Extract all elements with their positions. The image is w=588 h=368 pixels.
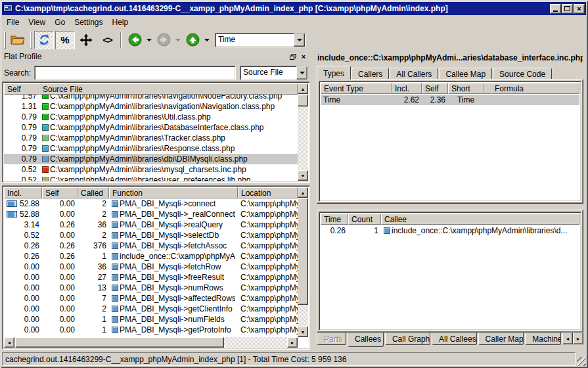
panel-splitter[interactable] (310, 51, 315, 351)
column-header[interactable]: Count (348, 214, 381, 225)
combobox-drop-button[interactable] (296, 66, 307, 80)
tab-parts[interactable]: Parts (317, 333, 346, 345)
menu-settings[interactable]: Settings (70, 16, 107, 28)
tab-caller-map[interactable]: Caller Map (478, 333, 524, 345)
function-list-vscrollbar[interactable]: ▲ ▼ (298, 187, 308, 337)
dock-title-bar[interactable]: Flat Profile × (2, 51, 310, 62)
file-row[interactable]: 0.79C:\xampp\phpMyAdmin\libraries\Tracke… (4, 133, 298, 143)
open-file-button[interactable] (8, 31, 28, 49)
scroll-right-button[interactable]: ► (287, 337, 298, 348)
function-row[interactable]: 52.880.002PMA_DBI_Mysqli->connectC:\xamp… (4, 198, 298, 209)
tab-types[interactable]: Types (317, 66, 351, 80)
scroll-up-button[interactable]: ▲ (298, 187, 308, 198)
file-row[interactable]: 0.52C:\xampp\phpMyAdmin\libraries\user_p… (4, 175, 298, 181)
column-header[interactable]: Formula (491, 83, 579, 94)
tab-all-callers[interactable]: All Callers (390, 68, 438, 80)
combobox-drop-button[interactable] (294, 34, 305, 47)
column-header[interactable]: Function (109, 187, 238, 198)
scroll-down-button[interactable]: ▼ (298, 327, 308, 337)
event-type-row[interactable]: Time 2.62 2.36 Time (321, 95, 579, 105)
function-row[interactable]: 0.260.261include_once::C:\xampp\phpMyAd.… (4, 251, 298, 262)
event-type-combobox[interactable]: Time (215, 33, 305, 47)
tab-all-callees[interactable]: All Callees (432, 333, 477, 345)
maximize-button[interactable] (562, 4, 573, 14)
tab-machine[interactable]: Machine (525, 333, 561, 345)
file-row[interactable]: 0.79C:\xampp\phpMyAdmin\libraries\Util.c… (4, 112, 298, 122)
menu-bar: FileViewGoSettingsHelp (2, 16, 586, 29)
column-header[interactable]: Source File (39, 83, 298, 95)
resize-grip[interactable] (577, 357, 586, 366)
column-header[interactable]: Time (321, 214, 348, 225)
file-row[interactable]: 0.79C:\xampp\phpMyAdmin\libraries\dbi\DB… (4, 154, 298, 164)
scroll-left-button[interactable]: ◄ (4, 337, 14, 348)
file-row[interactable]: 0.52C:\xampp\phpMyAdmin\libraries\mysql_… (4, 164, 298, 175)
close-button[interactable]: × (574, 4, 585, 14)
column-header[interactable]: Self (422, 83, 448, 94)
function-row[interactable]: 3.140.2636PMA_DBI_Mysqli->realQueryC:\xa… (4, 219, 298, 230)
function-row[interactable]: 0.000.001PMA_DBI_Mysqli->numFieldsC:\xam… (4, 314, 298, 325)
column-header[interactable]: Called (78, 187, 109, 198)
back-dropdown[interactable] (145, 31, 153, 49)
toolbar-handle[interactable] (4, 32, 6, 49)
function-row[interactable]: 0.260.26376PMA_DBI_Mysqli->fetchAssocC:\… (4, 241, 298, 251)
chevron-down-icon (297, 39, 302, 41)
tab-scroll-right-button[interactable]: ► (573, 333, 583, 344)
tab-callees[interactable]: Callees (348, 333, 384, 347)
menu-help[interactable]: Help (108, 16, 133, 28)
tab-callee-map[interactable]: Callee Map (439, 68, 492, 80)
function-row[interactable]: 0.000.0013PMA_DBI_Mysqli->numRowsC:\xamp… (4, 283, 298, 293)
up-dropdown[interactable] (203, 31, 211, 49)
grouping-combobox[interactable]: Source File (240, 66, 308, 80)
file-path: C:\xampp\phpMyAdmin\libraries\Tracker.cl… (50, 133, 225, 143)
expand-areas-button[interactable] (76, 31, 96, 49)
tab-callers[interactable]: Callers (351, 68, 389, 80)
column-header[interactable] (484, 83, 491, 94)
tab-source-code[interactable]: Source Code (493, 68, 552, 80)
function-row[interactable]: 0.520.002PMA_DBI_Mysqli->selectDbC:\xamp… (4, 230, 298, 241)
function-row[interactable]: 52.880.002PMA_DBI_Mysqli->_realConnectC:… (4, 209, 298, 219)
cycle-detection-button[interactable]: <> (97, 31, 117, 49)
function-row[interactable]: 0.000.0027PMA_DBI_Mysqli->freeResultC:\x… (4, 272, 298, 283)
back-button[interactable] (125, 31, 145, 49)
file-list-vscrollbar[interactable]: ▲ ▼ (298, 83, 308, 181)
column-header[interactable]: Incl. (4, 187, 42, 198)
forward-button[interactable] (154, 31, 173, 49)
toolbar-handle-2[interactable] (30, 32, 32, 49)
scrollbar-thumb[interactable] (15, 337, 224, 348)
function-row[interactable]: 0.000.007PMA_DBI_Mysqli->affectedRowsC:\… (4, 293, 298, 304)
column-header[interactable]: Short (448, 83, 484, 94)
forward-dropdown[interactable] (174, 31, 182, 49)
column-header[interactable]: Location (238, 187, 298, 198)
function-row[interactable]: 0.000.001PMA_DBI_Mysqli->getProtoInfoC:\… (4, 325, 298, 335)
file-row[interactable]: 1.57C:\xampp\phpMyAdmin\libraries\naviga… (4, 95, 298, 101)
column-header[interactable]: Self (42, 187, 78, 198)
file-row[interactable]: 0.79C:\xampp\phpMyAdmin\libraries\Databa… (4, 122, 298, 133)
scroll-up-button[interactable]: ▲ (298, 83, 308, 94)
function-row[interactable]: 0.000.0036PMA_DBI_Mysqli->fetchRowC:\xam… (4, 262, 298, 272)
dock-close-button[interactable]: × (299, 53, 308, 61)
tab-scroll-left-button[interactable]: ◄ (562, 333, 573, 344)
file-row[interactable]: 0.79C:\xampp\phpMyAdmin\libraries\Respon… (4, 143, 298, 154)
callee-row[interactable]: 0.26 1 include_once::C:\xampp\phpMyAdmin… (321, 225, 579, 236)
menu-go[interactable]: Go (50, 16, 70, 28)
function-row[interactable]: 0.000.002PMA_DBI_Mysqli->getClientInfoC:… (4, 304, 298, 314)
scrollbar-thumb[interactable] (298, 95, 308, 106)
scroll-down-button[interactable]: ▼ (298, 170, 308, 181)
column-header[interactable]: Self (4, 83, 39, 95)
tab-call-graph[interactable]: Call Graph (385, 333, 430, 345)
search-input[interactable] (34, 66, 236, 80)
file-row[interactable]: 1.31C:\xampp\phpMyAdmin\libraries\naviga… (4, 101, 298, 112)
menu-view[interactable]: View (24, 16, 50, 28)
menu-file[interactable]: File (2, 16, 24, 28)
dock-float-button[interactable] (288, 53, 298, 61)
minimize-button[interactable] (550, 4, 561, 14)
column-header[interactable]: Callee (381, 214, 579, 225)
up-button[interactable] (183, 31, 202, 49)
percent-toggle-button[interactable]: % (55, 31, 75, 49)
column-header[interactable]: Incl. (392, 83, 422, 94)
column-header[interactable]: Event Type (321, 83, 392, 94)
function-list-hscrollbar[interactable]: ◄ ► (4, 337, 298, 348)
self-cell: 1.57 (4, 95, 39, 101)
reload-button[interactable] (34, 31, 54, 49)
scrollbar-thumb[interactable] (298, 198, 308, 305)
